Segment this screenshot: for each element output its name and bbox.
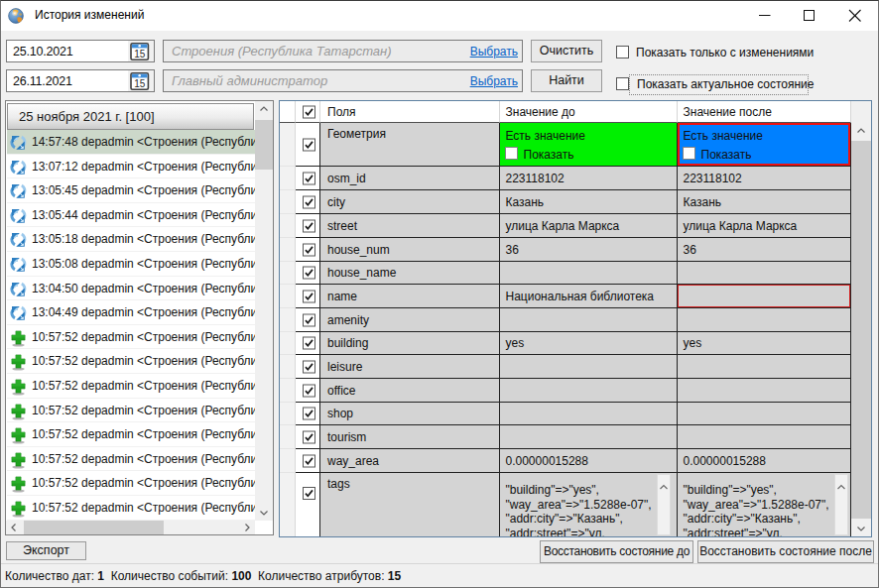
- svg-text:15: 15: [134, 77, 146, 88]
- svg-text:15: 15: [134, 48, 146, 59]
